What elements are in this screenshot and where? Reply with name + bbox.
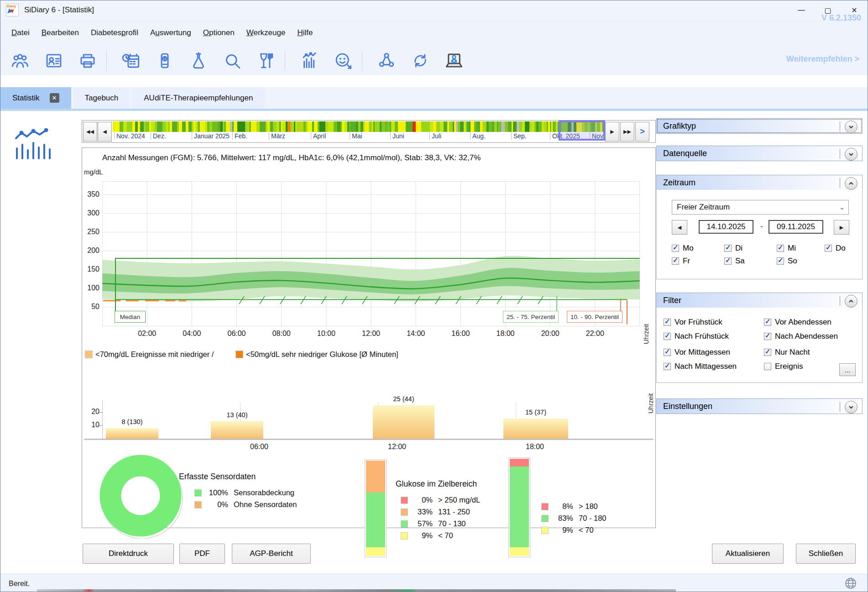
timeline-navigator: ◀◀ ◀ Nov. 2024Dez.Januar 2025Feb.MärzApr… bbox=[82, 120, 656, 143]
menu-item-bearbeiten[interactable]: Bearbeiten bbox=[41, 26, 80, 39]
period-preset-dropdown[interactable]: Freier Zeitraum⌄ bbox=[672, 200, 849, 215]
tir-legend-item: 0%> 250 mg/dL bbox=[401, 496, 480, 504]
agp-x-tick: 12:00 bbox=[362, 330, 380, 338]
statistics-icon[interactable] bbox=[295, 48, 324, 73]
menu-item-hilfe[interactable]: Hilfe bbox=[296, 26, 314, 39]
filter-checkbox-vor-abendessen[interactable]: Vor Abendessen bbox=[764, 318, 831, 327]
tir-legend-item: 8%> 180 bbox=[541, 502, 598, 511]
timeline-month-label: Nov. 2024 bbox=[114, 132, 145, 140]
logbook-calendar-icon[interactable] bbox=[117, 48, 145, 73]
agp-report-button[interactable]: AGP-Bericht bbox=[232, 544, 311, 564]
menu-item-werkzeuge[interactable]: Werkzeuge bbox=[246, 26, 287, 39]
minimize-button[interactable]: — bbox=[788, 0, 815, 20]
panel-header-datenquelle[interactable]: Datenquelle bbox=[656, 146, 863, 161]
sync-icon[interactable] bbox=[406, 48, 434, 73]
weekday-checkbox-sa[interactable]: Sa bbox=[724, 257, 745, 266]
tir-legend-item: 33%131 - 250 bbox=[401, 508, 470, 516]
search-icon[interactable] bbox=[218, 48, 246, 73]
panel-header-einstellungen[interactable]: Einstellungen bbox=[656, 398, 863, 414]
hypo-bar-label: 13 (40) bbox=[227, 411, 248, 419]
print-icon[interactable] bbox=[73, 48, 102, 73]
timeline-month-labels: Nov. 2024Dez.Januar 2025Feb.MärzAprilMai… bbox=[113, 132, 604, 141]
filter-checkbox-vor-mittagessen[interactable]: Vor Mittagessen bbox=[664, 348, 730, 357]
tab-close-icon[interactable]: ✕ bbox=[50, 93, 59, 103]
weekday-checkbox-mi[interactable]: Mi bbox=[777, 244, 796, 253]
timeline-month-label: Dez. bbox=[151, 132, 166, 140]
filter-checkbox-ereignis[interactable]: Ereignis bbox=[764, 362, 803, 371]
telemedicine-icon[interactable] bbox=[440, 48, 468, 73]
tab-statistik[interactable]: Statistik✕ bbox=[0, 87, 71, 109]
patients-icon[interactable] bbox=[6, 48, 34, 73]
timeline-prev-button[interactable]: ◀ bbox=[98, 122, 112, 141]
toolbar-separator bbox=[106, 51, 107, 71]
share-icon[interactable] bbox=[372, 48, 401, 73]
filter-checkbox-nach-mittagessen[interactable]: Nach Mittagessen bbox=[664, 362, 737, 371]
panel-header-filter[interactable]: Filter bbox=[656, 293, 863, 308]
tab-tagebuch[interactable]: Tagebuch bbox=[73, 87, 131, 109]
tir-legend-item: 9%< 70 bbox=[541, 526, 594, 534]
tir-stacked-bar-detail bbox=[365, 459, 387, 557]
tir-legend-item: 57%70 - 130 bbox=[401, 519, 466, 528]
timeline-month-label: Juli bbox=[429, 132, 441, 140]
chevron-down-icon[interactable] bbox=[845, 401, 858, 414]
agp-x-tick: 18:00 bbox=[496, 330, 514, 338]
nutrition-icon[interactable] bbox=[252, 48, 280, 73]
hypo-x-tick: 06:00 bbox=[250, 443, 268, 451]
date-to-field[interactable]: 09.11.2025 bbox=[769, 220, 823, 234]
weekday-checkbox-fr[interactable]: Fr bbox=[672, 257, 690, 266]
hypo-bar-label: 25 (44) bbox=[393, 395, 414, 403]
timeline-forward-button[interactable]: > bbox=[635, 122, 649, 141]
period-forward-button[interactable]: ▶ bbox=[834, 220, 849, 235]
chevron-down-icon[interactable] bbox=[845, 148, 858, 161]
agp-x-tick: 06:00 bbox=[227, 330, 246, 338]
weekday-checkbox-di[interactable]: Di bbox=[724, 244, 743, 253]
timeline-next-button[interactable]: ▶ bbox=[605, 122, 619, 141]
agp-x-tick: 08:00 bbox=[272, 330, 291, 338]
weekday-checkbox-so[interactable]: So bbox=[777, 257, 797, 266]
toolbar-separator bbox=[362, 51, 362, 71]
tab-audite-therapieempfehlungen[interactable]: AUdiTE-Therapieempfehlungen bbox=[132, 87, 265, 109]
period-back-button[interactable]: ◀ bbox=[672, 220, 687, 235]
chevron-up-icon[interactable] bbox=[845, 295, 858, 308]
filter-checkbox-nach-abendessen[interactable]: Nach Abendessen bbox=[764, 332, 838, 341]
app-window: Diary SiDiary 6 - [Statistik] — ▢ ✕ Date… bbox=[0, 0, 868, 592]
filter-checkbox-nach-frühstück[interactable]: Nach Frühstück bbox=[664, 332, 729, 341]
direct-print-button[interactable]: Direktdruck bbox=[83, 544, 174, 564]
panel-header-grafiktyp[interactable]: Grafiktyp bbox=[656, 118, 863, 134]
hypo-y-tick: 10 bbox=[80, 421, 99, 429]
toolbar bbox=[0, 46, 868, 75]
hypo-x-tick: 12:00 bbox=[388, 443, 406, 451]
glucose-meter-icon[interactable] bbox=[151, 48, 179, 73]
refresh-button[interactable]: Aktualisieren bbox=[712, 544, 784, 564]
chevron-up-icon[interactable] bbox=[845, 177, 858, 190]
filter-checkbox-nur-nacht[interactable]: Nur Nacht bbox=[764, 348, 810, 357]
timeline-density-strip[interactable] bbox=[113, 121, 604, 132]
menu-item-auswertung[interactable]: Auswertung bbox=[149, 26, 192, 39]
menu-item-optionen[interactable]: Optionen bbox=[202, 26, 235, 39]
statistics-page-icon bbox=[13, 128, 52, 160]
pdf-button[interactable]: PDF bbox=[179, 544, 225, 564]
recommend-link[interactable]: Weiterempfehlen > bbox=[786, 54, 859, 64]
profile-card-icon[interactable] bbox=[40, 48, 68, 73]
weekday-checkbox-mo[interactable]: Mo bbox=[672, 244, 694, 253]
event-filter-more-button[interactable]: ... bbox=[839, 363, 856, 376]
timeline-first-button[interactable]: ◀◀ bbox=[83, 122, 97, 141]
date-from-field[interactable]: 14.10.2025 bbox=[699, 220, 753, 234]
hypo-bar-label: 15 (37) bbox=[525, 409, 546, 416]
menu-item-datei[interactable]: Datei bbox=[10, 26, 31, 39]
panel-header-zeitraum[interactable]: Zeitraum bbox=[656, 175, 863, 190]
close-view-button[interactable]: Schließen bbox=[796, 544, 856, 564]
hypo-legend-item-1: <70mg/dL Ereignisse mit niedriger / bbox=[85, 350, 214, 359]
filter-checkbox-vor-frühstück[interactable]: Vor Frühstück bbox=[664, 318, 722, 327]
timeline-selection-box[interactable] bbox=[559, 120, 605, 141]
timeline-last-button[interactable]: ▶▶ bbox=[620, 122, 634, 141]
hypo-x-axis-title: Uhrzeit bbox=[647, 393, 654, 414]
tab-label: AUdiTE-Therapieempfehlungen bbox=[144, 94, 253, 103]
menu-item-diabetesprofil[interactable]: Diabetesprofil bbox=[90, 26, 139, 39]
weekday-checkbox-do[interactable]: Do bbox=[825, 244, 846, 253]
median-label-box: Median bbox=[115, 311, 146, 323]
lab-values-icon[interactable] bbox=[184, 48, 213, 73]
timeline-month-label: Januar 2025 bbox=[192, 132, 230, 140]
wellbeing-icon[interactable] bbox=[329, 48, 357, 73]
chevron-down-icon[interactable] bbox=[845, 120, 858, 133]
